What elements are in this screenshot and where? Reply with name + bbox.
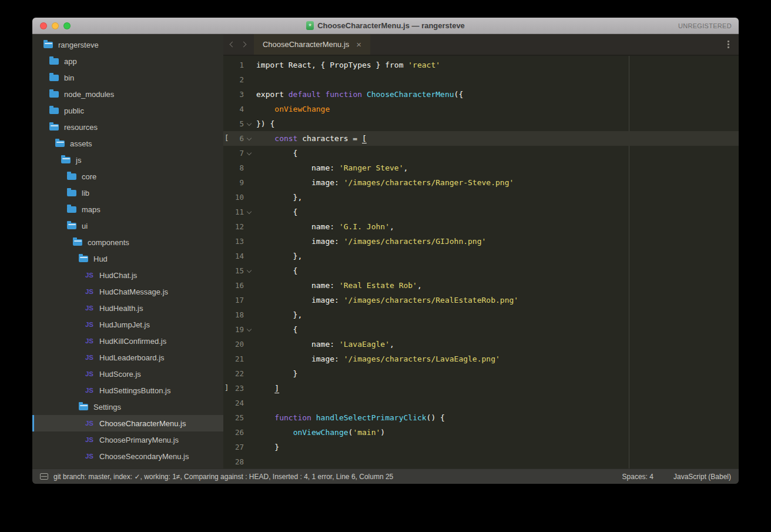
code-text: name: 'LavaEagle', bbox=[254, 337, 394, 352]
code-line[interactable]: 25 function handleSelectPrimaryClick() { bbox=[223, 410, 739, 425]
code-line[interactable]: 15 { bbox=[223, 263, 739, 278]
code-text: ] bbox=[254, 381, 279, 396]
zoom-window-button[interactable] bbox=[63, 22, 71, 29]
code-line[interactable]: 1import React, { PropTypes } from 'react… bbox=[223, 58, 739, 72]
tree-item[interactable]: components bbox=[32, 234, 223, 250]
code-line[interactable]: 24 bbox=[223, 396, 739, 410]
code-line[interactable]: 18 }, bbox=[223, 307, 739, 322]
line-number: 12 bbox=[230, 219, 244, 234]
code-text bbox=[254, 396, 256, 410]
tree-item[interactable]: JSChoosePrimaryMenu.js bbox=[32, 431, 223, 448]
gutter-bracket-indicator bbox=[223, 352, 230, 366]
code-text: onViewChange('main') bbox=[254, 425, 385, 440]
fold-arrow-icon[interactable] bbox=[244, 116, 254, 131]
app-window: ChooseCharacterMenu.js — rangersteve UNR… bbox=[32, 18, 739, 484]
tree-item[interactable]: JSHudScore.js bbox=[32, 366, 223, 382]
code-text: { bbox=[254, 205, 297, 219]
syntax-setting[interactable]: JavaScript (Babel) bbox=[673, 473, 731, 481]
tree-item[interactable]: JSChooseCharacterMenu.js bbox=[32, 415, 223, 431]
code-line[interactable]: 7 { bbox=[223, 146, 739, 160]
code-line[interactable]: 21 image: '/images/characters/LavaEagle.… bbox=[223, 352, 739, 366]
code-line[interactable]: 19 { bbox=[223, 322, 739, 337]
fold-arrow-icon[interactable] bbox=[244, 322, 254, 337]
tree-item[interactable]: JSHudKillConfirmed.js bbox=[32, 333, 223, 349]
gutter-bracket-indicator bbox=[223, 366, 230, 381]
code-line[interactable]: 26 onViewChange('main') bbox=[223, 425, 739, 440]
code-text: name: 'Ranger Steve', bbox=[254, 160, 408, 175]
code-text bbox=[254, 72, 256, 87]
line-number: 8 bbox=[230, 160, 244, 175]
tree-item[interactable]: assets bbox=[32, 135, 223, 152]
code-line[interactable]: 22 } bbox=[223, 366, 739, 381]
code-text: image: '/images/characters/Ranger-Steve.… bbox=[254, 175, 514, 190]
folder-icon bbox=[49, 58, 59, 65]
line-number: 24 bbox=[230, 396, 244, 410]
tree-item[interactable]: public bbox=[32, 102, 223, 119]
code-line[interactable]: [6 const characters = [ bbox=[223, 131, 739, 146]
indent-setting[interactable]: Spaces: 4 bbox=[622, 473, 653, 481]
code-line[interactable]: 5}) { bbox=[223, 116, 739, 131]
fold-arrow-icon[interactable] bbox=[244, 146, 254, 160]
code-line[interactable]: 10 }, bbox=[223, 190, 739, 205]
code-line[interactable]: 14 }, bbox=[223, 249, 739, 263]
tree-item[interactable]: lib bbox=[32, 185, 223, 201]
folder-icon bbox=[67, 206, 76, 213]
tab-close-icon[interactable]: × bbox=[356, 40, 361, 49]
code-line[interactable]: ]23 ] bbox=[223, 381, 739, 396]
tree-item[interactable]: maps bbox=[32, 201, 223, 218]
tree-item[interactable]: bin bbox=[32, 69, 223, 86]
tree-item-label: ChooseSecondaryMenu.js bbox=[99, 452, 189, 461]
code-editor[interactable]: 1import React, { PropTypes } from 'react… bbox=[223, 56, 739, 469]
code-text: }) { bbox=[254, 116, 274, 131]
code-line[interactable]: 9 image: '/images/characters/Ranger-Stev… bbox=[223, 175, 739, 190]
tree-item[interactable]: JSChooseSecondaryMenu.js bbox=[32, 448, 223, 464]
code-line[interactable]: 12 name: 'G.I. John', bbox=[223, 219, 739, 234]
tree-item[interactable]: node_modules bbox=[32, 86, 223, 102]
nav-forward-icon[interactable] bbox=[241, 42, 247, 48]
gutter-bracket-indicator bbox=[223, 454, 230, 469]
minimize-window-button[interactable] bbox=[52, 22, 59, 29]
code-line[interactable]: 28 bbox=[223, 454, 739, 469]
folder-open-icon bbox=[61, 157, 71, 163]
js-file-icon: JS bbox=[85, 321, 94, 328]
tab-overflow-button[interactable] bbox=[718, 34, 739, 55]
code-line[interactable]: 3export default function ChooseCharacter… bbox=[223, 87, 739, 102]
fold-gutter bbox=[244, 87, 254, 102]
tree-item[interactable]: JSHudChat.js bbox=[32, 267, 223, 283]
tree-item[interactable]: rangersteve bbox=[32, 36, 223, 53]
code-line[interactable]: 20 name: 'LavaEagle', bbox=[223, 337, 739, 352]
unregistered-badge: UNREGISTERED bbox=[678, 18, 732, 34]
folder-open-icon bbox=[67, 223, 76, 229]
tree-item[interactable]: app bbox=[32, 53, 223, 69]
code-line[interactable]: 17 image: '/images/characters/RealEstate… bbox=[223, 293, 739, 307]
tab-choosecharactermenu[interactable]: ChooseCharacterMenu.js × bbox=[254, 34, 370, 55]
gutter-bracket-indicator bbox=[223, 146, 230, 160]
code-line[interactable]: 16 name: 'Real Estate Rob', bbox=[223, 278, 739, 293]
tree-item[interactable]: ui bbox=[32, 218, 223, 234]
code-line[interactable]: 11 { bbox=[223, 205, 739, 219]
tree-item[interactable]: js bbox=[32, 152, 223, 168]
gutter-bracket-indicator bbox=[223, 425, 230, 440]
tree-item[interactable]: Hud bbox=[32, 250, 223, 267]
tree-item[interactable]: JSHudChatMessage.js bbox=[32, 283, 223, 300]
tree-item[interactable]: JSHudLeaderboard.js bbox=[32, 349, 223, 366]
tree-item[interactable]: core bbox=[32, 168, 223, 185]
code-line[interactable]: 2 bbox=[223, 72, 739, 87]
tree-item[interactable]: resources bbox=[32, 119, 223, 135]
code-line[interactable]: 8 name: 'Ranger Steve', bbox=[223, 160, 739, 175]
code-line[interactable]: 13 image: '/images/characters/GIJohn.png… bbox=[223, 234, 739, 249]
code-text: { bbox=[254, 263, 297, 278]
panel-toggle-icon[interactable] bbox=[40, 473, 48, 480]
fold-arrow-icon[interactable] bbox=[244, 263, 254, 278]
tree-item[interactable]: Settings bbox=[32, 399, 223, 415]
tree-item-label: ChooseCharacterMenu.js bbox=[99, 419, 186, 428]
fold-arrow-icon[interactable] bbox=[244, 205, 254, 219]
code-line[interactable]: 4 onViewChange bbox=[223, 102, 739, 116]
nav-back-icon[interactable] bbox=[230, 42, 236, 48]
tree-item[interactable]: JSHudHealth.js bbox=[32, 300, 223, 316]
close-window-button[interactable] bbox=[40, 22, 47, 29]
tree-item[interactable]: JSHudJumpJet.js bbox=[32, 316, 223, 333]
fold-arrow-icon[interactable] bbox=[244, 131, 254, 146]
code-line[interactable]: 27 } bbox=[223, 440, 739, 454]
tree-item[interactable]: JSHudSettingsButton.js bbox=[32, 382, 223, 399]
